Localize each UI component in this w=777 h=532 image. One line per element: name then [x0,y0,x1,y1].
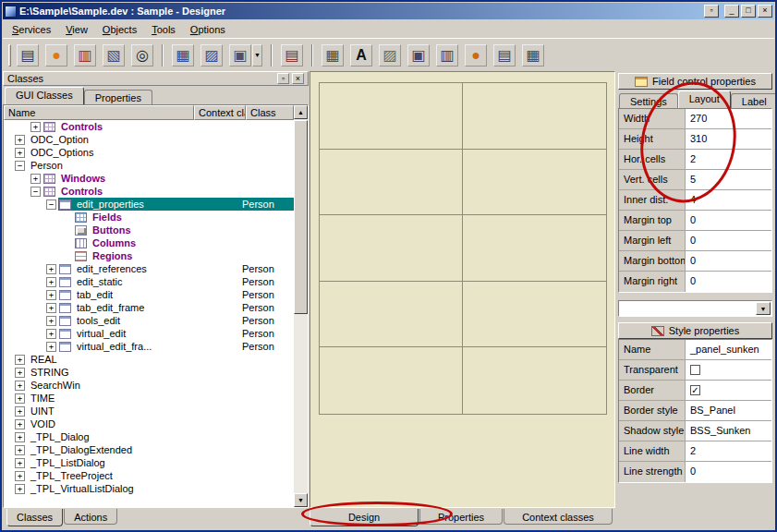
expand-icon[interactable]: + [15,148,25,158]
tree-row[interactable]: +ODC_Options [4,146,294,159]
expand-icon[interactable]: + [15,471,25,481]
tab-actions[interactable]: Actions [64,509,117,525]
tab-design[interactable]: Design [310,509,419,526]
expand-icon[interactable]: + [15,484,25,494]
tab-label[interactable]: Label [731,93,777,108]
expand-icon[interactable]: + [15,381,25,391]
tree-row[interactable]: +Windows [4,172,294,185]
tab-context-classes[interactable]: Context classes [504,509,613,525]
column-header-context-class[interactable]: Context class [194,105,246,120]
property-value-hor-cells[interactable]: 2 [686,150,771,169]
menu-item-services[interactable]: Services [5,21,58,38]
window-dropdown-icon[interactable]: ▼ [252,44,262,66]
tree-row[interactable]: +SearchWin [4,379,294,392]
tree-row[interactable]: +_TPL_DialogExtended [4,443,294,456]
grid-cell[interactable] [320,347,463,414]
expand-icon[interactable]: + [15,419,25,429]
border-checkbox[interactable]: ✓ [690,385,700,395]
library-icon[interactable]: ▥ [74,44,96,66]
tree-row[interactable]: Buttons [4,224,294,236]
expand-icon[interactable]: + [15,458,25,468]
tree-row[interactable]: +tab_editPerson [4,288,294,301]
expand-icon[interactable]: + [15,445,25,455]
printer-icon[interactable]: ▦ [172,44,194,66]
scroll-down-icon[interactable]: ▼ [294,493,308,507]
torus-icon[interactable]: ◎ [131,44,153,66]
pin-button[interactable]: ▫ [704,5,719,18]
grid-cell[interactable] [320,83,463,150]
tab-layout[interactable]: Layout [678,91,731,108]
menu-item-view[interactable]: View [58,21,95,38]
grid-cell[interactable] [463,215,606,282]
image-icon[interactable]: ▨ [379,44,401,66]
menu-item-tools[interactable]: Tools [144,21,183,38]
new-window-icon[interactable]: ▣ [229,44,251,66]
tab-properties[interactable]: Properties [419,509,503,525]
expand-icon[interactable]: + [46,264,56,274]
expand-icon[interactable]: + [15,432,25,442]
expand-icon[interactable]: + [46,303,56,313]
tree-scrollbar[interactable]: ▲ ▼ [294,105,308,507]
property-value-line-width[interactable]: 2 [686,441,771,461]
property-value-name[interactable]: _panel_sunken [686,340,771,359]
collapse-icon[interactable]: − [46,200,56,210]
grid-cell[interactable] [463,282,606,348]
dropdown-arrow-icon[interactable]: ▼ [756,302,771,315]
preview-icon[interactable]: ▤ [281,44,303,66]
menu-item-objects[interactable]: Objects [95,21,144,38]
tree-row[interactable]: −Person [4,159,294,172]
grid-cell[interactable] [320,282,463,348]
tab-classes[interactable]: Classes [6,509,63,526]
toolbar-grip[interactable] [8,44,11,66]
property-value-shadow-style[interactable]: BSS_Sunken [686,421,771,441]
column-header-name[interactable]: Name [4,105,194,120]
property-value-inner-dist[interactable]: 4 [686,190,771,210]
close-panel-icon[interactable]: × [292,73,304,84]
tree-row[interactable]: +_TPL_ListDialog [4,456,294,469]
collapse-icon[interactable]: − [15,161,25,171]
property-value-margin-bottom[interactable]: 0 [686,251,771,271]
class-hierarchy-icon[interactable]: ▤ [17,44,39,66]
expand-icon[interactable]: + [46,316,56,326]
tree-row[interactable]: +_TPL_TreeProject [4,469,294,482]
form-icon[interactable]: ▤ [493,44,516,66]
property-value-border-style[interactable]: BS_Panel [686,401,771,420]
font-icon[interactable]: A [350,44,372,66]
tree-row[interactable]: +_TPL_VirtualListDialog [4,482,294,495]
property-value-margin-right[interactable]: 0 [686,272,771,292]
scroll-up-icon[interactable]: ▲ [294,105,308,119]
export-icon[interactable]: ▨ [200,44,223,66]
expand-icon[interactable]: + [46,290,56,300]
tree-row[interactable]: +virtual_editPerson [4,327,294,340]
grid-cell[interactable] [463,347,606,414]
grid-cell[interactable] [320,215,463,282]
property-value-margin-top[interactable]: 0 [686,211,771,230]
maximize-button[interactable]: □ [741,5,756,18]
transparent-checkbox[interactable] [690,365,700,375]
tree-row[interactable]: +edit_staticPerson [4,275,294,288]
property-value-height[interactable]: 310 [686,129,771,149]
minimize-button[interactable]: _ [724,5,739,18]
field-control-properties-button[interactable]: Field control properties [618,73,772,90]
expand-icon[interactable]: + [30,122,41,132]
property-value-line-strength[interactable]: 0 [686,462,771,482]
menu-item-options[interactable]: Options [183,21,233,38]
design-canvas[interactable] [310,71,615,508]
expand-icon[interactable]: + [15,355,25,365]
expand-icon[interactable]: + [15,393,25,404]
expand-icon[interactable]: + [46,342,56,352]
tree-row[interactable]: +_TPL_Dialog [4,430,294,443]
window-icon[interactable]: ▣ [407,44,430,66]
expand-icon[interactable]: + [30,174,41,184]
app-icon[interactable] [5,6,17,18]
tree-row[interactable]: +tab_edit_framePerson [4,301,294,314]
property-value-border[interactable]: ✓ [686,381,771,400]
tab-properties[interactable]: Properties [84,90,152,104]
tree-row[interactable]: +TIME [4,392,294,405]
grid-cell[interactable] [463,83,606,150]
float-panel-icon[interactable]: ▫ [277,73,289,84]
property-value-transparent[interactable] [686,360,771,380]
tree-row[interactable]: +ODC_Option [4,133,294,146]
tree-row[interactable]: Regions [4,249,294,262]
tree-row[interactable]: +Controls [4,120,294,133]
